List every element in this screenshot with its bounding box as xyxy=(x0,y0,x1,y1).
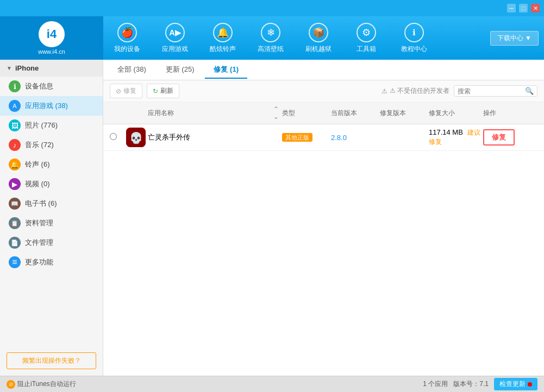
header-current-ver: 当前版本 xyxy=(331,109,380,118)
videos-label: 视频 (0) xyxy=(25,179,50,189)
nav-app-games-icon: A▶ xyxy=(165,23,185,42)
apps-label: 应用游戏 (38) xyxy=(25,101,68,111)
freq-fail-button[interactable]: 频繁出现操作失败？ xyxy=(7,352,96,369)
nav-ringtones[interactable]: 🔔 酷炫铃声 xyxy=(199,16,247,60)
itunes-stop[interactable]: ⊘ 阻止iTunes自动运行 xyxy=(7,380,76,389)
nav-my-device[interactable]: 🍎 我的设备 xyxy=(103,16,151,60)
header-type: 类型 xyxy=(282,109,331,118)
header-right: 下载中心 ▼ xyxy=(490,31,539,46)
sidebar-item-file-mgmt[interactable]: 📄 文件管理 xyxy=(0,233,103,252)
device-info-icon: ℹ xyxy=(9,80,21,92)
data-mgmt-label: 资料管理 xyxy=(25,218,53,228)
photos-label: 照片 (776) xyxy=(25,121,58,130)
apps-icon: A xyxy=(9,100,21,112)
toolbar: ⊘ 修复 ↻ 刷新 ⚠ ⚠ 不受信任的开发者 🔍 xyxy=(103,80,544,102)
nav-wallpapers[interactable]: ❄ 高清壁纸 xyxy=(247,16,295,60)
photos-icon: 🖼 xyxy=(9,119,21,131)
search-input[interactable] xyxy=(458,87,523,95)
data-mgmt-icon: 📋 xyxy=(9,217,21,229)
row-app-icon: 💀 xyxy=(126,128,148,147)
logo-area: i4 www.i4.cn xyxy=(0,16,103,60)
device-info-label: 设备信息 xyxy=(25,81,53,91)
logo-url: www.i4.cn xyxy=(38,48,65,55)
sidebar-item-ebooks[interactable]: 📖 电子书 (6) xyxy=(0,194,103,213)
header-action: 操作 xyxy=(483,109,537,118)
nav-tutorials-icon: ℹ xyxy=(404,23,424,42)
app-icon-img: 💀 xyxy=(126,128,146,147)
header-fix-ver: 修复版本 xyxy=(380,109,429,118)
repair-icon: ⊘ xyxy=(116,87,121,95)
nav-app-games[interactable]: A▶ 应用游戏 xyxy=(151,16,199,60)
sidebar: ▼ iPhone ℹ 设备信息 A 应用游戏 (38) 🖼 照片 (776) ♪… xyxy=(0,60,103,376)
sidebar-item-apps[interactable]: A 应用游戏 (38) xyxy=(0,96,103,116)
tab-all[interactable]: 全部 (38) xyxy=(109,61,155,79)
minimize-button[interactable]: ─ xyxy=(507,4,516,12)
sidebar-item-music[interactable]: ♪ 音乐 (72) xyxy=(0,135,103,155)
sidebar-item-data-mgmt[interactable]: 📋 资料管理 xyxy=(0,213,103,233)
sidebar-item-ringtones[interactable]: 🔔 铃声 (6) xyxy=(0,155,103,174)
table-header: 应用名称 ⌃⌄ 类型 当前版本 修复版本 修复大小 操作 xyxy=(103,102,544,124)
type-badge: 其他正版 xyxy=(282,133,312,142)
ringtones-label: 铃声 (6) xyxy=(25,160,50,169)
nav-jailbreak-label: 刷机越狱 xyxy=(305,45,332,54)
untrusted-text: ⚠ 不受信任的开发者 xyxy=(390,86,449,96)
download-center-button[interactable]: 下载中心 ▼ xyxy=(490,31,539,46)
header-name: 应用名称 xyxy=(148,109,273,118)
main-area: ▼ iPhone ℹ 设备信息 A 应用游戏 (38) 🖼 照片 (776) ♪… xyxy=(0,60,544,376)
row-fix-size: 117.14 MB 建议修复 xyxy=(429,128,483,147)
maximize-button[interactable]: □ xyxy=(519,4,528,12)
untrusted-dev-label: ⚠ ⚠ 不受信任的开发者 xyxy=(382,86,449,96)
status-bar: ⊘ 阻止iTunes自动运行 1 个应用 版本号：7.1 检查更新 xyxy=(0,376,544,392)
close-button[interactable]: ✕ xyxy=(531,4,540,12)
table-row: 💀 亡灵杀手外传 其他正版 2.8.0 117.14 MB 建议修复 修复 xyxy=(103,124,544,151)
row-action: 修复 xyxy=(483,129,537,146)
videos-icon: ▶ xyxy=(9,178,21,190)
sidebar-item-videos[interactable]: ▶ 视频 (0) xyxy=(0,174,103,194)
nav-jailbreak-icon: 📦 xyxy=(309,23,328,42)
size-text: 117.14 MB xyxy=(429,128,463,136)
nav-tutorials-label: 教程中心 xyxy=(401,45,427,54)
nav-tutorials[interactable]: ℹ 教程中心 xyxy=(390,16,438,60)
more-label: 更多功能 xyxy=(25,257,53,267)
toolbar-right: ⚠ ⚠ 不受信任的开发者 🔍 xyxy=(382,85,537,97)
nav-wallpapers-icon: ❄ xyxy=(261,23,280,42)
repair-button[interactable]: ⊘ 修复 xyxy=(110,84,142,98)
check-update-label: 检查更新 xyxy=(499,380,526,389)
sort-icon[interactable]: ⌃⌄ xyxy=(273,105,282,121)
nav-items: 🍎 我的设备 A▶ 应用游戏 🔔 酷炫铃声 ❄ 高清壁纸 📦 刷机越狱 ⚙ 工具… xyxy=(103,16,490,60)
sidebar-item-more[interactable]: ≡ 更多功能 xyxy=(0,252,103,272)
header: i4 www.i4.cn 🍎 我的设备 A▶ 应用游戏 🔔 酷炫铃声 ❄ 高清壁… xyxy=(0,16,544,60)
app-count: 1 个应用 xyxy=(423,380,448,389)
tab-update[interactable]: 更新 (25) xyxy=(157,61,203,79)
nav-toolbox-label: 工具箱 xyxy=(357,45,376,54)
check-update-button[interactable]: 检查更新 xyxy=(494,378,537,390)
fix-app-button[interactable]: 修复 xyxy=(483,129,515,146)
ebooks-label: 电子书 (6) xyxy=(25,199,57,208)
search-icon[interactable]: 🔍 xyxy=(525,87,534,95)
nav-toolbox[interactable]: ⚙ 工具箱 xyxy=(342,16,390,60)
sidebar-device: ▼ iPhone xyxy=(0,60,103,77)
header-fix-size: 修复大小 xyxy=(429,109,483,118)
refresh-label: 刷新 xyxy=(160,86,173,96)
itunes-stop-label: 阻止iTunes自动运行 xyxy=(17,380,76,389)
tab-repair[interactable]: 修复 (1) xyxy=(205,61,247,79)
title-bar: ─ □ ✕ xyxy=(0,0,544,16)
update-dot xyxy=(528,382,532,387)
file-mgmt-label: 文件管理 xyxy=(25,238,53,248)
row-checkbox[interactable] xyxy=(110,133,126,142)
nav-my-device-label: 我的设备 xyxy=(114,45,140,54)
nav-ringtones-icon: 🔔 xyxy=(213,23,233,42)
nav-my-device-icon: 🍎 xyxy=(117,23,137,42)
device-label: iPhone xyxy=(15,64,39,72)
status-right: 1 个应用 版本号：7.1 检查更新 xyxy=(423,378,537,390)
nav-jailbreak[interactable]: 📦 刷机越狱 xyxy=(295,16,342,60)
refresh-button[interactable]: ↻ 刷新 xyxy=(147,84,179,98)
nav-app-games-label: 应用游戏 xyxy=(162,45,188,54)
music-icon: ♪ xyxy=(9,139,21,151)
sidebar-item-photos[interactable]: 🖼 照片 (776) xyxy=(0,116,103,135)
sidebar-footer: 频繁出现操作失败？ xyxy=(0,346,103,376)
nav-ringtones-label: 酷炫铃声 xyxy=(210,45,236,54)
search-box: 🔍 xyxy=(454,85,537,97)
sidebar-item-device-info[interactable]: ℹ 设备信息 xyxy=(0,77,103,96)
music-label: 音乐 (72) xyxy=(25,140,54,150)
